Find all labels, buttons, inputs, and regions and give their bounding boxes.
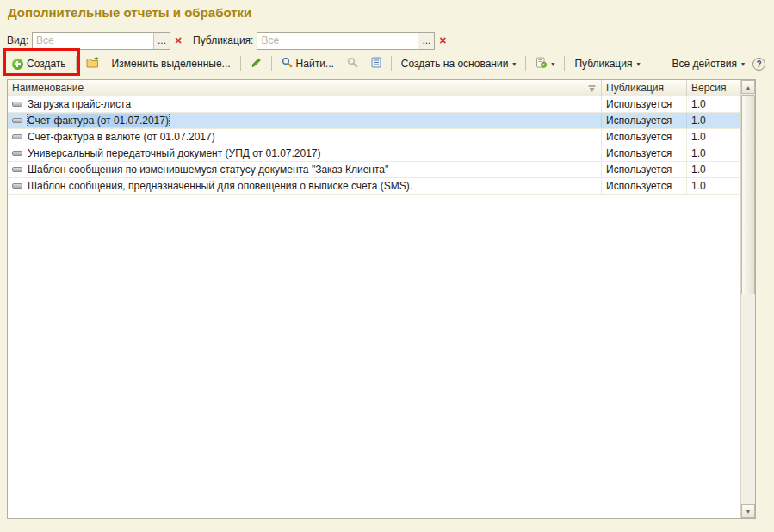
- toolbar-separator: [271, 56, 272, 71]
- cell-version[interactable]: 1.0: [687, 96, 740, 112]
- cell-name[interactable]: Шаблон сообщения, предназначенный для оп…: [8, 178, 602, 194]
- chevron-down-icon: ▾: [551, 60, 554, 68]
- publication-text: Используется: [606, 131, 672, 143]
- version-text: 1.0: [691, 164, 706, 176]
- report-item-icon: [12, 102, 22, 107]
- vid-filter-label: Вид:: [7, 34, 28, 46]
- sort-indicator-icon[interactable]: [587, 84, 597, 96]
- toolbar-separator: [391, 56, 392, 71]
- create-button[interactable]: Создать: [7, 53, 71, 74]
- toolbar: Создать Изменить выделенные...: [7, 52, 765, 76]
- search-icon: [282, 57, 293, 71]
- cell-publication[interactable]: Используется: [602, 129, 687, 145]
- table-row[interactable]: Счет-фактура в валюте (от 01.07.2017) Ис…: [8, 129, 740, 145]
- cell-version[interactable]: 1.0: [687, 145, 740, 161]
- create-button-label: Создать: [27, 58, 66, 70]
- table-row[interactable]: Универсальный передаточный документ (УПД…: [8, 145, 740, 162]
- vid-filter-select-button[interactable]: ...: [153, 33, 170, 49]
- table-row[interactable]: Счет-фактура (от 01.07.2017) Используетс…: [8, 113, 740, 129]
- report-item-icon: [12, 151, 22, 156]
- table-row[interactable]: Шаблон сообщения, предназначенный для оп…: [8, 178, 740, 195]
- item-name-text: Счет-фактура (от 01.07.2017): [28, 114, 169, 127]
- help-button[interactable]: ?: [752, 58, 765, 71]
- scrollbar-thumb[interactable]: [741, 95, 755, 294]
- column-header-publication[interactable]: Публикация: [602, 80, 687, 96]
- scroll-up-button[interactable]: ▲: [741, 80, 755, 94]
- publication-filter-field: ...: [257, 32, 435, 50]
- publication-text: Используется: [606, 147, 672, 159]
- toolbar-separator: [525, 56, 526, 71]
- report-item-icon: [12, 134, 22, 139]
- toolbar-separator: [564, 56, 565, 71]
- filter-row: Вид: ... × Публикация: ... ×: [7, 31, 450, 50]
- item-name-text: Шаблон сообщения по изменившемуся статус…: [28, 164, 388, 176]
- all-actions-label: Все действия: [672, 58, 737, 70]
- page-title: Дополнительные отчеты и обработки: [8, 5, 251, 20]
- chevron-down-icon: ▾: [512, 60, 516, 68]
- report-item-icon: [12, 167, 22, 172]
- report-item-icon: [12, 183, 22, 189]
- vid-filter-input[interactable]: [33, 33, 153, 49]
- item-name-text: Загрузка прайс-листа: [28, 98, 131, 110]
- version-text: 1.0: [691, 114, 706, 127]
- chevron-down-icon: ▾: [636, 60, 640, 68]
- reports-table: Наименование Публикация Версия Загрузка: [7, 79, 756, 519]
- cell-publication[interactable]: Используется: [602, 178, 687, 194]
- cell-name[interactable]: Счет-фактура в валюте (от 01.07.2017): [8, 129, 602, 145]
- item-name-text: Универсальный передаточный документ (УПД…: [28, 147, 321, 159]
- create-based-on-label: Создать на основании: [401, 58, 509, 70]
- cell-version[interactable]: 1.0: [687, 162, 740, 177]
- vid-filter-field: ...: [32, 32, 170, 50]
- cell-version[interactable]: 1.0: [687, 113, 740, 128]
- cell-name[interactable]: Счет-фактура (от 01.07.2017): [8, 113, 602, 128]
- version-text: 1.0: [691, 180, 706, 192]
- version-text: 1.0: [691, 98, 706, 110]
- table-row[interactable]: Загрузка прайс-листа Используется 1.0: [8, 96, 740, 113]
- edit-selected-button[interactable]: Изменить выделенные...: [107, 53, 236, 74]
- publication-text: Используется: [606, 180, 672, 192]
- scroll-down-button[interactable]: ▼: [741, 504, 755, 518]
- cell-version[interactable]: 1.0: [687, 129, 740, 145]
- publication-menu-button[interactable]: Публикация ▾: [569, 53, 645, 74]
- item-name-text: Шаблон сообщения, предназначенный для оп…: [28, 180, 412, 192]
- cell-publication[interactable]: Используется: [602, 162, 687, 177]
- chevron-down-icon: ▾: [741, 60, 745, 68]
- list-settings-button[interactable]: [366, 53, 387, 75]
- publication-text: Используется: [606, 114, 672, 127]
- publication-menu-label: Публикация: [574, 58, 632, 70]
- cell-name[interactable]: Загрузка прайс-листа: [8, 96, 602, 112]
- plus-icon: [12, 59, 23, 70]
- cancel-search-button: [342, 53, 363, 75]
- vid-filter-clear-button[interactable]: ×: [171, 32, 185, 50]
- publication-filter-clear-button[interactable]: ×: [436, 32, 449, 50]
- cell-version[interactable]: 1.0: [687, 178, 740, 194]
- change-publication-button[interactable]: ▾: [530, 53, 560, 75]
- toolbar-separator: [76, 56, 77, 71]
- table-body: Загрузка прайс-листа Используется 1.0 Сч…: [8, 96, 740, 195]
- vertical-scrollbar[interactable]: ▲ ▼: [740, 80, 755, 518]
- column-header-version[interactable]: Версия: [687, 80, 740, 96]
- pencil-icon: [251, 57, 262, 71]
- create-group-button[interactable]: [81, 53, 104, 75]
- item-name-text: Счет-фактура в валюте (от 01.07.2017): [28, 131, 215, 143]
- cell-publication[interactable]: Используется: [602, 96, 687, 112]
- toolbar-separator: [240, 56, 241, 71]
- publication-filter-label: Публикация:: [193, 34, 253, 46]
- report-item-icon: [12, 118, 22, 123]
- table-row[interactable]: Шаблон сообщения по изменившемуся статус…: [8, 162, 740, 178]
- cell-publication[interactable]: Используется: [602, 113, 687, 128]
- all-actions-button[interactable]: Все действия ▾: [667, 53, 750, 74]
- create-based-on-button[interactable]: Создать на основании ▾: [396, 53, 522, 74]
- edit-selected-label: Изменить выделенные...: [112, 58, 231, 70]
- version-text: 1.0: [691, 131, 706, 143]
- column-header-name[interactable]: Наименование: [8, 80, 602, 96]
- cell-name[interactable]: Универсальный передаточный документ (УПД…: [8, 145, 602, 161]
- edit-button[interactable]: [245, 53, 267, 75]
- publication-text: Используется: [606, 98, 672, 110]
- find-button[interactable]: Найти...: [276, 53, 339, 75]
- cell-publication[interactable]: Используется: [602, 145, 687, 161]
- cell-name[interactable]: Шаблон сообщения по изменившемуся статус…: [8, 162, 602, 177]
- publication-filter-select-button[interactable]: ...: [418, 33, 434, 49]
- publication-filter-input[interactable]: [257, 33, 418, 49]
- document-arrow-icon: [536, 57, 547, 71]
